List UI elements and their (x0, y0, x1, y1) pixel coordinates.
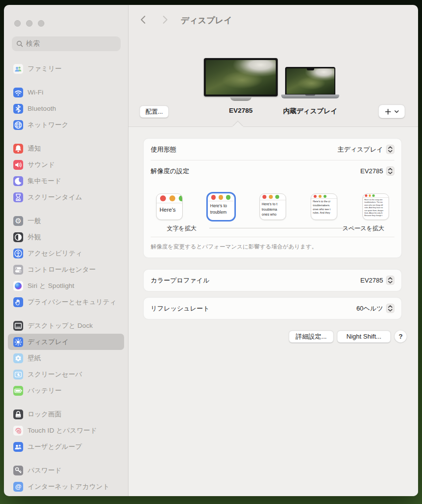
scale-preview-text: Here's to the cr troublemakers. ones who… (311, 199, 337, 215)
color-profile-select[interactable] (386, 276, 394, 285)
color-profile-label: カラープロファイル (151, 276, 209, 285)
desktop-wallpaper: 検索 ファミリー Wi-Fi (0, 0, 422, 504)
sidebar-item-label: ネットワーク (28, 121, 68, 129)
refresh-rate-select[interactable] (386, 304, 394, 313)
resolution-card: 使用形態 主ディスプレイ 解像度の設定 EV2785 (143, 138, 402, 258)
sidebar-item-label: サウンド (28, 160, 55, 169)
refresh-rate-value: 60ヘルツ (357, 304, 383, 313)
minimize-button[interactable] (26, 20, 32, 27)
sidebar-item-accessibility[interactable]: アクセシビリティ (8, 245, 124, 261)
sidebar-item-wifi[interactable]: Wi-Fi (8, 84, 124, 100)
builtin-display-thumbnail[interactable] (285, 67, 335, 94)
appearance-icon (13, 232, 23, 242)
sidebar-item-lock-screen[interactable]: ロック画面 (8, 406, 124, 422)
notifications-icon (13, 144, 23, 154)
flower-icon (13, 353, 23, 363)
sidebar-item-control-center[interactable]: コントロールセンター (8, 261, 124, 278)
sidebar-item-appearance[interactable]: 外観 (8, 229, 124, 245)
sidebar-item-sound[interactable]: サウンド (8, 157, 124, 173)
sidebar-item-notifications[interactable]: 通知 (8, 140, 124, 157)
usage-select[interactable] (386, 145, 394, 154)
plus-icon (385, 109, 391, 115)
search-icon (16, 40, 23, 47)
sidebar-item-desktop-dock[interactable]: デスクトップと Dock (8, 317, 124, 334)
forward-button[interactable] (162, 15, 168, 24)
search-input[interactable]: 検索 (12, 36, 121, 51)
sidebar-item-network[interactable]: ネットワーク (8, 117, 124, 133)
arrange-button[interactable]: 配置... (140, 106, 168, 118)
sidebar-item-focus[interactable]: 集中モード (8, 173, 124, 189)
sidebar-item-family[interactable]: ファミリー (8, 61, 124, 77)
sidebar-item-label: デスクトップと Dock (28, 321, 93, 330)
sidebar-item-label: ファミリー (28, 64, 62, 73)
sidebar-item-displays[interactable]: ディスプレイ (8, 334, 124, 350)
zoom-button[interactable] (38, 20, 44, 27)
sidebar-item-label: スクリーンタイム (28, 193, 82, 202)
wallpaper-preview (206, 60, 276, 94)
moon-icon (13, 176, 23, 186)
sidebar-item-internet-accounts[interactable]: @ インターネットアカウント (8, 478, 124, 495)
sidebar-item-bluetooth[interactable]: Bluetooth (8, 100, 124, 117)
brightness-icon (13, 337, 23, 347)
sidebar-item-touch-id[interactable]: Touch ID とパスワード (8, 422, 124, 439)
sidebar-item-users-groups[interactable]: ユーザとグループ (8, 439, 124, 455)
scale-option-3[interactable]: Here's to t troublema ones who (260, 193, 286, 220)
sidebar-item-label: 壁紙 (28, 354, 41, 363)
external-display-label: EV2785 (201, 107, 280, 114)
sidebar-item-label: パスワード (28, 466, 62, 475)
family-icon (13, 64, 23, 74)
external-display-thumbnail[interactable] (204, 58, 278, 96)
monitor-stand (230, 96, 252, 101)
window-controls (14, 20, 44, 27)
refresh-rate-label: リフレッシュレート (151, 304, 209, 313)
scale-preview-text: Here's to t troublema ones who (260, 200, 286, 218)
resolution-row: 解像度の設定 EV2785 (144, 160, 401, 182)
sidebar-item-battery[interactable]: バッテリー (8, 382, 124, 399)
toolbar: ディスプレイ (129, 5, 418, 34)
refresh-rate-row: リフレッシュレート 60ヘルツ (144, 298, 401, 319)
scale-option-more-space[interactable]: Here's to the crazy one troublemakers. T… (362, 193, 389, 220)
color-profile-card: カラープロファイル EV2785 (143, 269, 402, 291)
night-shift-button[interactable]: Night Shift... (337, 331, 390, 343)
resolution-select[interactable] (386, 166, 394, 176)
color-profile-row: カラープロファイル EV2785 (144, 270, 401, 291)
sidebar-item-general[interactable]: ⚙ 一般 (8, 213, 124, 229)
sidebar-item-label: 外観 (28, 233, 41, 242)
system-settings-window: 検索 ファミリー Wi-Fi (4, 5, 418, 496)
back-button[interactable] (140, 15, 146, 24)
control-center-icon (13, 265, 23, 275)
usage-row: 使用形態 主ディスプレイ (144, 139, 401, 160)
display-settings-panel: 使用形態 主ディスプレイ 解像度の設定 EV2785 (129, 126, 418, 496)
scale-preview-text: Here's (157, 203, 182, 214)
sidebar-item-label: アクセシビリティ (28, 249, 82, 258)
sidebar-item-screensaver[interactable]: スクリーンセーバ (8, 366, 124, 382)
advanced-settings-button[interactable]: 詳細設定... (289, 331, 333, 343)
sidebar-item-label: Wi-Fi (28, 89, 43, 96)
sidebar-item-wallpaper[interactable]: 壁紙 (8, 350, 124, 366)
hourglass-icon (13, 192, 23, 202)
sidebar-item-label: Bluetooth (28, 105, 56, 112)
sidebar-item-siri[interactable]: Siri と Spotlight (8, 278, 124, 294)
color-profile-value: EV2785 (360, 277, 383, 284)
sidebar-item-label: コントロールセンター (28, 265, 96, 274)
help-button[interactable]: ? (394, 330, 407, 343)
close-button[interactable] (14, 20, 21, 27)
performance-note: 解像度を変更するとパフォーマンスに影響する場合があります。 (144, 237, 401, 257)
resolution-value: EV2785 (360, 167, 383, 175)
scale-option-selected[interactable]: Here's to troublem (208, 193, 234, 220)
sidebar-item-screen-time[interactable]: スクリーンタイム (8, 189, 124, 205)
macbook-deck (281, 94, 339, 98)
wallpaper-preview (287, 68, 334, 94)
scale-preview-text: Here's to troublem (208, 201, 234, 215)
sidebar-item-privacy[interactable]: プライバシーとセキュリティ (8, 294, 124, 310)
more-space-label: スペースを拡大 (336, 224, 390, 233)
scale-option-4[interactable]: Here's to the cr troublemakers. ones who… (311, 193, 337, 220)
chevron-down-icon (394, 110, 399, 113)
at-sign-icon: @ (13, 482, 23, 492)
bluetooth-icon (13, 104, 23, 114)
usage-label: 使用形態 (151, 145, 176, 154)
sidebar-item-passwords[interactable]: パスワード (8, 462, 124, 478)
scale-option-larger-text[interactable]: Here's (156, 193, 183, 220)
resolution-label: 解像度の設定 (151, 167, 189, 176)
add-display-button[interactable] (379, 105, 405, 118)
